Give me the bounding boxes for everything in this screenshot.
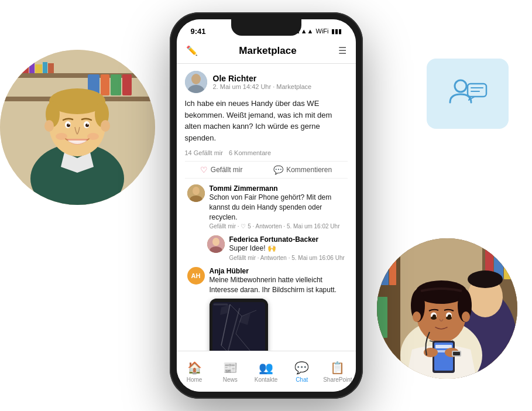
chat-icon: 💬 — [294, 361, 309, 375]
comment-tommi-meta: Gefällt mir · ♡ 5 · Antworten · 5. Mai u… — [210, 223, 348, 230]
svg-point-29 — [68, 124, 70, 125]
nav-kontakte[interactable]: 👥 Kontakte — [248, 361, 284, 383]
comment-tommi: Tommi Zimmermann Schon von Fair Phone ge… — [185, 184, 348, 230]
likes-count: 14 Gefällt mir — [185, 149, 223, 156]
svg-point-27 — [67, 124, 70, 127]
left-person-photo — [0, 50, 155, 205]
svg-point-0 — [455, 80, 466, 92]
comment-federica-avatar — [207, 235, 225, 253]
phone-notch — [231, 19, 301, 36]
comment-icon: 💬 — [273, 165, 283, 174]
post-author-avatar — [185, 71, 207, 93]
svg-point-60 — [413, 311, 421, 322]
svg-rect-64 — [435, 345, 452, 348]
svg-rect-40 — [389, 256, 396, 285]
comment-federica-meta: Gefällt mir · Antworten · 5. Mai um 16:0… — [229, 255, 348, 261]
heart-icon: ♡ — [200, 165, 208, 174]
sharepoint-label: SharePoint — [323, 376, 352, 383]
svg-rect-12 — [35, 64, 42, 73]
svg-rect-10 — [22, 64, 29, 73]
svg-rect-11 — [29, 63, 35, 73]
comment-tommi-avatar — [187, 184, 205, 202]
post-text: Ich habe ein neues Handy über das WE bek… — [185, 98, 348, 143]
top-nav-title: Marketplace — [239, 45, 296, 57]
comment-federica-text: Super Idee! 🙌 — [229, 244, 348, 254]
svg-rect-16 — [101, 74, 109, 95]
post-stats: 14 Gefällt mir 6 Kommentare — [185, 149, 348, 156]
broken-phone-image — [210, 299, 268, 351]
svg-point-33 — [44, 120, 54, 132]
comment-anja-avatar: AH — [187, 267, 205, 285]
chat-card — [427, 59, 509, 129]
svg-rect-41 — [377, 297, 387, 338]
nav-news[interactable]: 📰 News — [212, 361, 248, 383]
chat-people-icon — [444, 73, 491, 114]
kontakte-icon: 👥 — [259, 361, 273, 375]
svg-rect-14 — [48, 63, 54, 73]
comment-anja-body: Anja Hübler Meine Mitbewohnerin hatte vi… — [210, 267, 348, 351]
kontakte-label: Kontakte — [255, 376, 277, 383]
svg-point-71 — [191, 74, 201, 84]
post-timestamp: 2. Mai um 14:42 Uhr · Marketplace — [213, 83, 348, 90]
svg-point-34 — [101, 120, 110, 132]
nav-home[interactable]: 🏠 Home — [177, 361, 212, 383]
content-area: Ole Richter 2. Mai um 14:42 Uhr · Market… — [177, 64, 356, 351]
menu-icon[interactable]: ☰ — [338, 45, 346, 56]
comment-tommi-author: Tommi Zimmermann — [210, 184, 348, 193]
post-meta-block: Ole Richter 2. Mai um 14:42 Uhr · Market… — [213, 74, 348, 90]
svg-rect-17 — [111, 74, 121, 95]
comment-anja-text: Meine Mitbewohnerin hatte vielleicht Int… — [210, 275, 348, 295]
post-card: Ole Richter 2. Mai um 14:42 Uhr · Market… — [177, 64, 356, 351]
home-label: Home — [187, 376, 202, 383]
svg-rect-13 — [43, 62, 47, 73]
comment-label: Kommentieren — [286, 166, 332, 174]
status-time: 9:41 — [191, 27, 206, 36]
comment-tommi-text: Schon von Fair Phone gehört? Mit dem kan… — [210, 193, 348, 222]
comment-federica-body: Federica Fortunato-Backer Super Idee! 🙌 … — [229, 235, 348, 261]
svg-rect-5 — [0, 73, 155, 78]
status-icons: ▲▲▲ WiFi ▮▮▮ — [294, 28, 342, 35]
svg-point-28 — [85, 124, 89, 127]
post-actions: ♡ Gefällt mir 💬 Kommentieren — [185, 161, 348, 179]
svg-rect-69 — [453, 352, 460, 355]
phone-wrapper: 9:41 ▲▲▲ WiFi ▮▮▮ ✏️ Marketplace ☰ — [170, 12, 363, 399]
news-icon: 📰 — [223, 361, 238, 375]
svg-point-77 — [212, 238, 219, 246]
top-nav: ✏️ Marketplace ☰ — [177, 38, 356, 64]
right-person-photo — [377, 238, 517, 379]
svg-rect-7 — [3, 63, 10, 73]
like-button[interactable]: ♡ Gefällt mir — [200, 165, 243, 174]
post-author-name: Ole Richter — [213, 74, 348, 83]
svg-point-59 — [446, 316, 452, 320]
nav-sharepoint[interactable]: 📋 SharePoint — [320, 361, 355, 383]
svg-point-74 — [193, 187, 200, 195]
svg-rect-39 — [380, 250, 389, 285]
svg-rect-1 — [468, 84, 486, 97]
phone: 9:41 ▲▲▲ WiFi ▮▮▮ ✏️ Marketplace ☰ — [170, 12, 363, 399]
comment-federica-author: Federica Fortunato-Backer — [229, 235, 348, 244]
phone-screen: 9:41 ▲▲▲ WiFi ▮▮▮ ✏️ Marketplace ☰ — [177, 19, 356, 392]
comment-anja-author: Anja Hübler — [210, 267, 348, 275]
chat-label: Chat — [296, 376, 308, 383]
sharepoint-icon: 📋 — [330, 361, 345, 375]
bottom-nav: 🏠 Home 📰 News 👥 Kontakte 💬 Chat 📋 — [177, 351, 356, 392]
svg-point-32 — [87, 133, 99, 140]
svg-rect-18 — [122, 74, 132, 95]
svg-point-47 — [468, 270, 503, 288]
like-label: Gefällt mir — [211, 166, 243, 174]
comment-anja: AH Anja Hübler Meine Mitbewohnerin hatte… — [185, 267, 348, 351]
svg-point-61 — [462, 311, 470, 322]
comment-tommi-body: Tommi Zimmermann Schon von Fair Phone ge… — [210, 184, 348, 230]
comment-federica: Federica Fortunato-Backer Super Idee! 🙌 … — [185, 235, 348, 261]
svg-rect-9 — [17, 61, 22, 73]
post-header: Ole Richter 2. Mai um 14:42 Uhr · Market… — [185, 71, 348, 93]
svg-point-30 — [87, 124, 88, 125]
battery-icon: ▮▮▮ — [331, 28, 342, 35]
wifi-icon: WiFi — [316, 28, 329, 35]
nav-chat[interactable]: 💬 Chat — [284, 361, 320, 383]
comment-button[interactable]: 💬 Kommentieren — [273, 165, 332, 174]
comments-count: 6 Kommentare — [229, 149, 271, 156]
svg-rect-44 — [504, 249, 511, 279]
home-icon: 🏠 — [187, 361, 202, 375]
edit-icon[interactable]: ✏️ — [186, 45, 198, 56]
